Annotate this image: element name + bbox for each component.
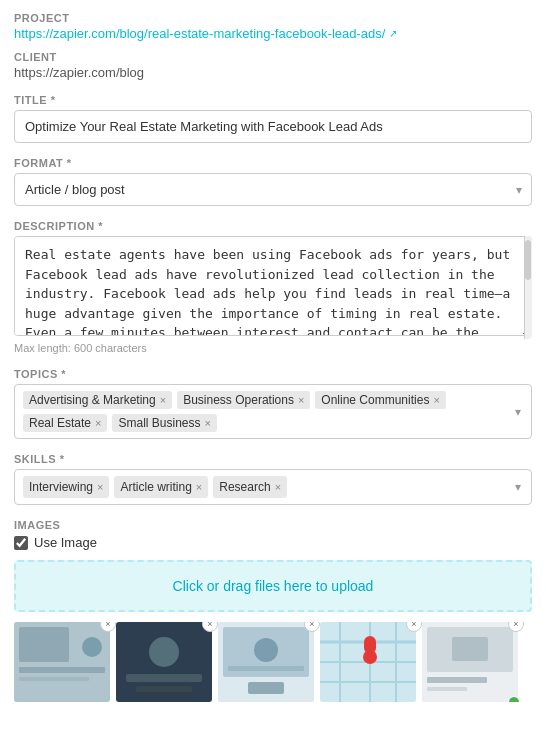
svg-rect-2 <box>19 667 105 673</box>
list-item: × <box>14 622 110 702</box>
list-item: Online Communities × <box>315 391 445 409</box>
description-textarea-wrapper <box>14 236 532 339</box>
image-thumbnail <box>218 622 314 702</box>
topics-section: TOPICS * Advertising & Marketing × Busin… <box>14 368 532 439</box>
tag-label: Article writing <box>120 480 191 494</box>
skills-section: SKILLS * Interviewing × Article writing … <box>14 453 532 505</box>
list-item: Small Business × <box>112 414 216 432</box>
tag-label: Research <box>219 480 270 494</box>
image-thumbnail <box>14 622 110 702</box>
format-section: FORMAT * Article / blog postVideoInfogra… <box>14 157 532 206</box>
svg-rect-8 <box>136 686 192 692</box>
skills-label: SKILLS * <box>14 453 532 465</box>
list-item: × <box>422 622 518 702</box>
list-item: Real Estate × <box>23 414 107 432</box>
svg-rect-7 <box>126 674 202 682</box>
scrollbar <box>524 236 532 339</box>
tag-label: Interviewing <box>29 480 93 494</box>
description-section: DESCRIPTION * Max length: 600 characters <box>14 220 532 354</box>
image-thumbnail <box>320 622 416 702</box>
remove-tag-icon[interactable]: × <box>95 418 101 429</box>
tag-label: Business Operations <box>183 393 294 407</box>
remove-tag-icon[interactable]: × <box>275 482 281 493</box>
svg-rect-27 <box>427 687 467 691</box>
title-label: TITLE * <box>14 94 532 106</box>
list-item: × <box>116 622 212 702</box>
remove-tag-icon[interactable]: × <box>196 482 202 493</box>
remove-image-button[interactable]: × <box>508 622 524 632</box>
project-url: https://zapier.com/blog/real-estate-mark… <box>14 26 385 41</box>
tag-label: Real Estate <box>29 416 91 430</box>
list-item: Article writing × <box>114 476 208 498</box>
remove-image-button[interactable]: × <box>100 622 116 632</box>
title-section: TITLE * <box>14 94 532 143</box>
svg-point-6 <box>149 637 179 667</box>
svg-rect-28 <box>452 637 488 661</box>
svg-rect-11 <box>248 682 284 694</box>
title-input[interactable] <box>14 110 532 143</box>
use-image-label: Use Image <box>34 535 97 550</box>
svg-point-4 <box>82 637 102 657</box>
svg-rect-23 <box>364 636 376 654</box>
remove-image-button[interactable]: × <box>202 622 218 632</box>
description-label: DESCRIPTION * <box>14 220 532 232</box>
image-status-indicator <box>508 696 520 702</box>
use-image-row: Use Image <box>14 535 532 550</box>
list-item: Business Operations × <box>177 391 310 409</box>
list-item: × <box>320 622 416 702</box>
client-section: CLIENT https://zapier.com/blog <box>14 51 532 80</box>
project-link[interactable]: https://zapier.com/blog/real-estate-mark… <box>14 26 532 41</box>
use-image-checkbox[interactable] <box>14 536 28 550</box>
remove-tag-icon[interactable]: × <box>160 395 166 406</box>
svg-rect-26 <box>427 677 487 683</box>
remove-image-button[interactable]: × <box>406 622 422 632</box>
svg-point-12 <box>254 638 278 662</box>
image-thumbnail <box>422 622 518 702</box>
images-section: IMAGES Use Image Click or drag files her… <box>14 519 532 702</box>
list-item: × <box>218 622 314 702</box>
svg-rect-13 <box>228 666 304 671</box>
client-label: CLIENT <box>14 51 532 63</box>
scrollbar-thumb <box>525 240 531 280</box>
remove-tag-icon[interactable]: × <box>298 395 304 406</box>
list-item: Research × <box>213 476 287 498</box>
external-link-icon: ↗ <box>389 28 397 39</box>
remove-image-button[interactable]: × <box>304 622 320 632</box>
topics-label: TOPICS * <box>14 368 532 380</box>
tag-label: Advertising & Marketing <box>29 393 156 407</box>
max-length-hint: Max length: 600 characters <box>14 342 532 354</box>
tag-label: Online Communities <box>321 393 429 407</box>
remove-tag-icon[interactable]: × <box>433 395 439 406</box>
remove-tag-icon[interactable]: × <box>97 482 103 493</box>
description-textarea[interactable] <box>14 236 532 336</box>
svg-rect-1 <box>19 627 69 662</box>
format-label: FORMAT * <box>14 157 532 169</box>
client-value: https://zapier.com/blog <box>14 65 532 80</box>
upload-area-text: Click or drag files here to upload <box>173 578 374 594</box>
project-label: PROJECT <box>14 12 532 24</box>
topics-tags-input[interactable]: Advertising & Marketing × Business Opera… <box>14 384 532 439</box>
topics-chevron-icon: ▾ <box>515 405 521 419</box>
list-item: Interviewing × <box>23 476 109 498</box>
images-label: IMAGES <box>14 519 532 531</box>
images-grid: × × <box>14 622 532 702</box>
remove-tag-icon[interactable]: × <box>205 418 211 429</box>
upload-area[interactable]: Click or drag files here to upload <box>14 560 532 612</box>
svg-rect-3 <box>19 677 89 681</box>
image-thumbnail <box>116 622 212 702</box>
format-select[interactable]: Article / blog postVideoInfographicSocia… <box>14 173 532 206</box>
skills-tags-input[interactable]: Interviewing × Article writing × Researc… <box>14 469 532 505</box>
project-section: PROJECT https://zapier.com/blog/real-est… <box>14 12 532 41</box>
format-select-wrapper: Article / blog postVideoInfographicSocia… <box>14 173 532 206</box>
tag-label: Small Business <box>118 416 200 430</box>
list-item: Advertising & Marketing × <box>23 391 172 409</box>
skills-chevron-icon: ▾ <box>515 480 521 494</box>
